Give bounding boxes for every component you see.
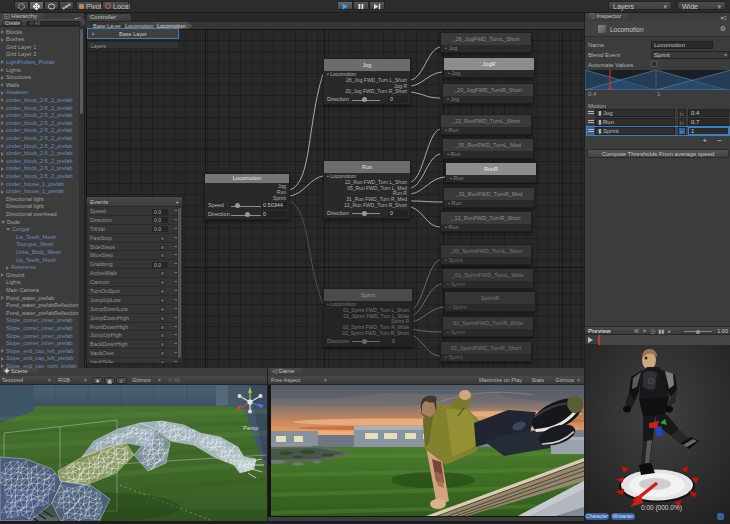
svg-text:0:00 (000.0%): 0:00 (000.0%) [641,504,682,512]
svg-text:Persp: Persp [243,425,259,431]
